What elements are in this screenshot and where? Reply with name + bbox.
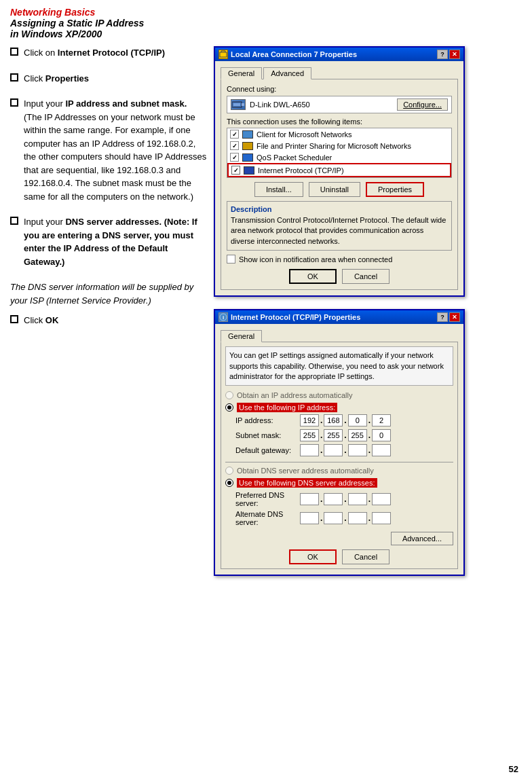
properties-button[interactable]: Properties (366, 182, 424, 197)
dialog1-content: General Advanced Connect using: (215, 61, 463, 295)
gateway-octet-1[interactable] (300, 444, 319, 456)
checkbox-qos[interactable] (230, 153, 239, 162)
list-item[interactable]: QoS Packet Scheduler (227, 151, 451, 163)
ip-dot-2: . (344, 416, 346, 425)
radio-use-ip[interactable]: Use the following IP address: (225, 403, 453, 412)
subnet-octet-2[interactable]: 255 (324, 429, 343, 441)
dialog2-tab-general[interactable]: General (221, 330, 262, 342)
dialog1-close-button[interactable]: ✕ (449, 50, 460, 59)
configure-button[interactable]: Configure... (397, 98, 448, 111)
description-box: Description Transmission Control Protoco… (227, 201, 452, 251)
dialog1-cancel-button[interactable]: Cancel (342, 269, 390, 284)
dialog2-titlebar-left: i Internet Protocol (TCP/IP) Properties (218, 312, 360, 322)
radio-obtain-auto-label: Obtain an IP address automatically (237, 391, 352, 399)
adapter-name: D-Link DWL-A650 (250, 101, 310, 109)
item-icon-sharing (242, 142, 253, 150)
ip-octet-1[interactable]: 192 (300, 414, 319, 426)
radio-obtain-dns[interactable]: Obtain DNS server address automatically (225, 467, 453, 475)
list-item[interactable]: Client for Microsoft Networks (227, 128, 451, 140)
dialog1-help-button[interactable]: ? (437, 50, 448, 59)
alternate-dns-dot-3: . (368, 513, 370, 523)
subnet-octet-3[interactable]: 255 (348, 429, 367, 441)
ip-octet-4[interactable]: 2 (372, 414, 391, 426)
checkbox-tcpip[interactable] (231, 166, 240, 175)
dialog2-close-button[interactable]: ✕ (449, 312, 460, 322)
alternate-dns-octet-1[interactable] (300, 512, 319, 524)
preferred-dns-octet-2[interactable] (324, 493, 343, 505)
radio-use-ip-label: Use the following IP address: (237, 403, 337, 412)
advanced-row: Advanced... (225, 532, 453, 545)
dialog1-titlebar: Local Area Connection 7 Properties ? ✕ (215, 48, 463, 61)
ip-fields: IP address: 192 . 168 . 0 . 2 (235, 414, 453, 456)
subnet-dot-2: . (344, 431, 346, 440)
subnet-label: Subnet mask: (235, 431, 300, 439)
dialog1-tab-content: Connect using: D-Link DWL-A650 (221, 79, 458, 290)
gateway-octet-4[interactable] (372, 444, 391, 456)
svg-text:i: i (223, 314, 224, 321)
bullet-text-5: Click OK (24, 314, 58, 327)
gateway-dot-1: . (320, 446, 322, 455)
list-item-tcpip[interactable]: Internet Protocol (TCP/IP) (227, 163, 451, 177)
radio-use-dns[interactable]: Use the following DNS server addresses: (225, 478, 453, 488)
dialog2-ok-button[interactable]: OK (289, 549, 337, 564)
bullet-square-2 (10, 73, 18, 81)
gateway-input-group: . . . (300, 444, 391, 456)
bullet-text-4: Input your DNS server addresses. (Note: … (24, 215, 207, 268)
ip-octet-2[interactable]: 168 (324, 414, 343, 426)
alternate-dns-octet-2[interactable] (324, 512, 343, 524)
ip-label: IP address: (235, 416, 300, 424)
svg-rect-1 (232, 102, 242, 107)
gateway-octet-2[interactable] (324, 444, 343, 456)
description-text: Transmission Control Protocol/Internet P… (231, 215, 448, 247)
subnet-octet-1[interactable]: 255 (300, 429, 319, 441)
bullet-text-2: Click Properties (24, 72, 89, 86)
alternate-dns-label: Alternate DNS server: (235, 510, 300, 526)
dialog2-tab-content: You can get IP settings assigned automat… (221, 342, 458, 569)
dialog2-title: Internet Protocol (TCP/IP) Properties (231, 313, 360, 321)
bullet-item-4: Input your DNS server addresses. (Note: … (10, 215, 207, 268)
page-subtitle2: in Windows XP/2000 (10, 29, 522, 39)
subnet-dot-1: . (320, 431, 322, 440)
radio-obtain-auto[interactable]: Obtain an IP address automatically (225, 391, 453, 399)
ip-info-text: You can get IP settings assigned automat… (225, 346, 453, 386)
page-subtitle: Assigning a Static IP Address (10, 18, 522, 29)
checkbox-client[interactable] (230, 130, 239, 139)
preferred-dns-octet-1[interactable] (300, 493, 319, 505)
install-button[interactable]: Install... (254, 182, 303, 197)
alternate-dns-group: . . . (300, 512, 391, 524)
subnet-octet-4[interactable]: 0 (372, 429, 391, 441)
alternate-dns-row: Alternate DNS server: . . . (235, 510, 453, 526)
dialog2-help-button[interactable]: ? (437, 312, 448, 322)
radio-use-ip-circle[interactable] (225, 403, 233, 412)
gateway-label: Default gateway: (235, 446, 300, 454)
ip-input-group: 192 . 168 . 0 . 2 (300, 414, 391, 426)
dialog2-content: General You can get IP settings assigned… (215, 324, 463, 575)
alternate-dns-octet-4[interactable] (372, 512, 391, 524)
dialog2-cancel-button[interactable]: Cancel (342, 549, 390, 564)
ip-octet-3[interactable]: 0 (348, 414, 367, 426)
list-item[interactable]: File and Printer Sharing for Microsoft N… (227, 140, 451, 151)
bullet-item-2: Click Properties (10, 72, 207, 86)
svg-rect-0 (220, 52, 227, 57)
radio-use-dns-circle[interactable] (225, 479, 233, 487)
radio-obtain-auto-circle[interactable] (225, 391, 233, 399)
gateway-octet-3[interactable] (348, 444, 367, 456)
alternate-dns-octet-3[interactable] (348, 512, 367, 524)
connect-using-label: Connect using: (227, 85, 452, 93)
checkbox-sharing[interactable] (230, 141, 239, 150)
dialog1-tab-advanced[interactable]: Advanced (263, 67, 311, 79)
item-label-sharing: File and Printer Sharing for Microsoft N… (256, 142, 411, 150)
radio-obtain-dns-circle[interactable] (225, 467, 233, 475)
advanced-button[interactable]: Advanced... (391, 532, 453, 545)
preferred-dns-group: . . . (300, 493, 391, 505)
uninstall-button[interactable]: Uninstall (309, 182, 360, 197)
dialog1-tab-general[interactable]: General (221, 67, 262, 79)
dialog1-ok-cancel: OK Cancel (227, 269, 452, 284)
preferred-dns-octet-3[interactable] (348, 493, 367, 505)
checkbox-show-icon[interactable] (227, 255, 235, 264)
preferred-dns-octet-4[interactable] (372, 493, 391, 505)
bullet-item-3: Input your IP address and subnet mask. (… (10, 97, 207, 203)
bottom-note: The DNS server information will be suppl… (10, 280, 207, 307)
dialog1-ok-button[interactable]: OK (289, 269, 337, 284)
subnet-dot-3: . (368, 431, 370, 440)
